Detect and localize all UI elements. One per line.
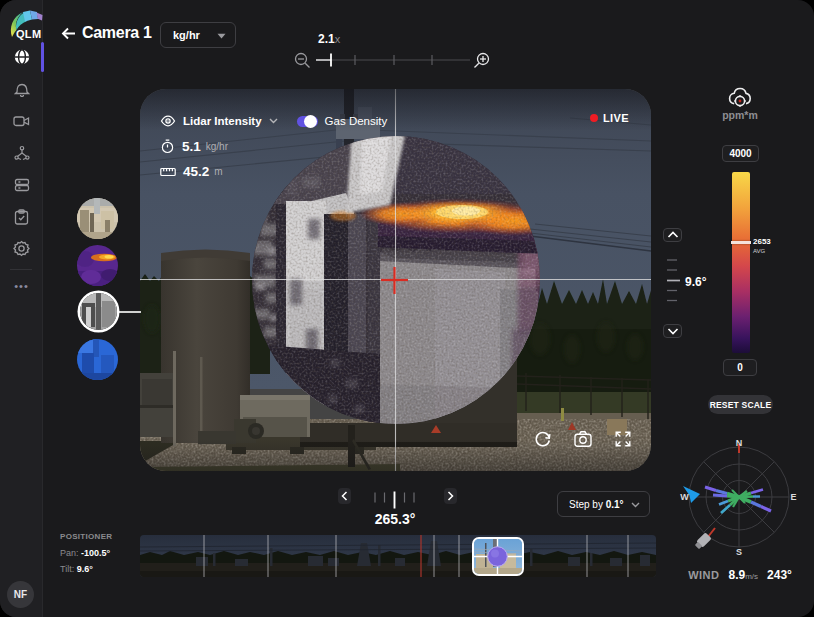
svg-text:S: S bbox=[736, 547, 742, 557]
svg-text:N: N bbox=[736, 438, 743, 448]
svg-text:W: W bbox=[680, 492, 689, 502]
svg-text:E: E bbox=[790, 492, 796, 502]
svg-text:QLM: QLM bbox=[16, 28, 41, 40]
